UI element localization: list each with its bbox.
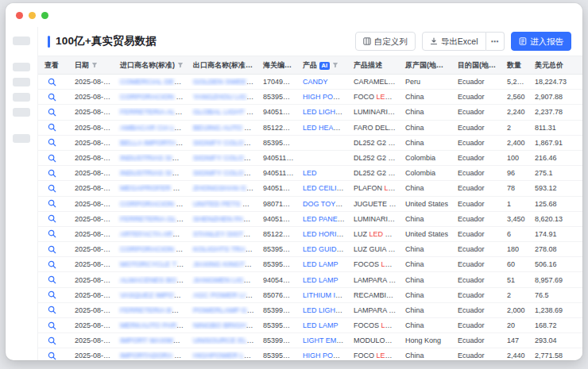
view-row-icon[interactable] [48,275,56,284]
importer-name-link[interactable]: MOTORCYCLE TRADE SA [120,260,187,268]
column-header-importer[interactable]: 进口商名称(标准) [114,60,187,71]
product-link[interactable]: HIGH POWER LED FOCO [303,352,347,359]
export-excel-button[interactable]: 导出Excel [422,32,486,51]
funnel-icon[interactable] [177,62,184,70]
exporter-name-link[interactable]: UNITED PETS GROUP [193,200,257,208]
importer-name-link[interactable]: AMBACAR CIA LTDA [120,124,187,132]
column-header-hs[interactable]: 海关编码 [257,60,296,71]
maximize-window-button[interactable] [41,12,48,19]
view-row-icon[interactable] [48,214,56,223]
exporter-name-link[interactable]: SIGNIFY COLOMBIANA [193,139,257,147]
exporter-name-link[interactable]: BEIJING AUTO LAMPS [193,124,257,132]
exporter-name-link[interactable]: HIGHPOWER LED CO LT [193,352,257,359]
column-header-origin[interactable]: 原产国(地区) [399,60,451,71]
importer-name-link[interactable]: INDUSTRIAS SIGMA SA [120,169,187,177]
exporter-name-link[interactable]: GLOBAL LIGHT CO LIMIT [193,108,257,116]
exporter-name-link[interactable]: NINGBO BRIGHT STAR [193,321,257,329]
view-row-icon[interactable] [48,138,56,147]
more-actions-button[interactable]: ⋯ [486,32,505,51]
importer-name-link[interactable]: ALMACENES BOYACA SA [120,276,187,284]
sidebar-menu-item-placeholder[interactable] [13,108,30,117]
product-link[interactable]: LED GUIDE LIGHT TRIM [303,245,347,253]
exporter-name-link[interactable]: ZHONGSHAN GUZHEN [193,184,257,192]
exporter-name-link[interactable]: POWERLAMP GROUP LT [193,306,257,314]
sidebar-menu-item-placeholder[interactable] [13,63,30,71]
product-link[interactable]: LED LAMP [303,321,338,329]
exporter-name-link[interactable]: JIAXING KINGTOP IMP [193,260,257,268]
importer-name-link[interactable]: CORPORACION YWH CIA [120,245,187,253]
importer-name-link[interactable]: INDUSTRIAS SIGMA SA [120,154,187,162]
column-header-exporter[interactable]: 出口商名称(标准) [187,60,257,71]
column-header-desc[interactable]: 产品描述 [347,60,399,71]
exporter-name-link[interactable]: AGC POWER LIMITED [193,291,257,299]
product-link[interactable]: LED LIGHT BULB [303,306,347,314]
exporter-name-link[interactable]: KOLIGHTS TRADING CO [193,245,257,253]
view-row-icon[interactable] [48,245,56,254]
column-header-product[interactable]: 产品AI [296,60,347,71]
product-link[interactable]: LITHIUM ION BATTERY [303,291,347,299]
view-row-icon[interactable] [48,290,56,299]
exporter-name-link[interactable]: JIANGMEN LIGHTING CO [193,276,257,284]
importer-name-link[interactable]: IMPORTADORA REYES [120,352,187,359]
exporter-name-link[interactable]: STANLEY DISTRIBUTION [193,230,257,238]
view-row-icon[interactable] [48,321,56,330]
view-row-icon[interactable] [48,352,56,360]
exporter-name-link[interactable]: SIGNIFY COLOMBIANA [193,154,257,162]
view-row-icon[interactable] [48,154,56,163]
product-link[interactable]: LED LAMP [303,276,338,284]
importer-name-link[interactable]: MERKAUTO PARTES SA [120,321,187,329]
column-header-usd[interactable]: 美元总价 [528,60,582,71]
view-row-icon[interactable] [48,260,56,269]
importer-name-link[interactable]: COMERCIAL DEL VALLE S [120,78,187,86]
view-row-icon[interactable] [48,93,56,102]
view-row-icon[interactable] [48,78,56,86]
product-link[interactable]: DOG TOY [303,200,342,208]
importer-name-link[interactable]: MEGAPROFER S.A. [120,184,187,192]
importer-name-link[interactable]: IMPORT MAXIMO CIA SA [120,336,187,344]
importer-name-link[interactable]: ARTEFACTA ARAUJO SA [120,230,187,238]
view-row-icon[interactable] [48,229,56,238]
funnel-icon[interactable] [250,62,257,70]
view-row-icon[interactable] [48,108,56,117]
product-link[interactable]: HIGH POWER LED FOCO [303,93,347,101]
product-link[interactable]: LED HORIZONTAL LIGHT [303,230,347,238]
product-link[interactable]: LED [303,169,317,177]
product-link[interactable]: CANDY [303,78,328,86]
importer-name-link[interactable]: FERRETERIA ALMACEN [120,108,187,116]
minimize-window-button[interactable] [29,12,36,19]
importer-name-link[interactable]: CORPORACION NESTLE [120,200,187,208]
sidebar-menu-item-placeholder[interactable] [13,134,30,143]
exporter-name-link[interactable]: SHENZHEN PANEL LIGH [193,215,257,223]
view-row-icon[interactable] [48,306,56,314]
view-row-icon[interactable] [48,123,56,132]
product-link[interactable]: LED LIGHTING [303,108,347,116]
product-link[interactable]: LED CEILING LIGHT [303,184,347,192]
product-link[interactable]: LED PANEL LIGHT [303,215,347,223]
close-window-button[interactable] [16,12,23,19]
column-header-qty[interactable]: 数量 [501,60,528,71]
importer-name-link[interactable]: CORPORACION ELECTRI [120,93,187,101]
product-link[interactable]: LED LAMP [303,260,338,268]
enter-report-button[interactable]: 进入报告 [511,32,571,51]
view-row-icon[interactable] [48,184,56,193]
exporter-name-link[interactable]: YANGZHOU LIGHTING CO [193,93,257,101]
column-header-dest[interactable]: 目的国(地区) [451,60,501,71]
importer-name-link[interactable]: VASQUEZ IMPORTADOR [120,291,187,299]
product-link[interactable]: LIGHT EMITTING [303,336,347,344]
sidebar-menu-item-placeholder[interactable] [13,93,30,102]
customize-columns-button[interactable]: 自定义列 [355,32,416,51]
product-link[interactable]: LED HEADLIGHT [303,124,347,132]
view-row-icon[interactable] [48,336,56,345]
funnel-icon[interactable] [91,62,98,70]
view-row-icon[interactable] [48,169,56,178]
importer-name-link[interactable]: FERRETERIA GLOBAL SA [120,215,187,223]
view-row-icon[interactable] [48,199,56,208]
exporter-name-link[interactable]: UNISOURCE ELECTRON [193,336,257,344]
funnel-icon[interactable] [332,62,338,70]
exporter-name-link[interactable]: SIGNIFY COLOMBIANA [193,169,257,177]
sidebar-menu-item-placeholder[interactable] [13,78,30,86]
importer-name-link[interactable]: FERRETERIA BOSCH SA [120,306,187,314]
exporter-name-link[interactable]: GOLDEN SWEETS SAC [193,78,257,86]
importer-name-link[interactable]: BELLA IMPORTACIONES [120,139,187,147]
column-header-date[interactable]: 日期 [68,60,114,71]
